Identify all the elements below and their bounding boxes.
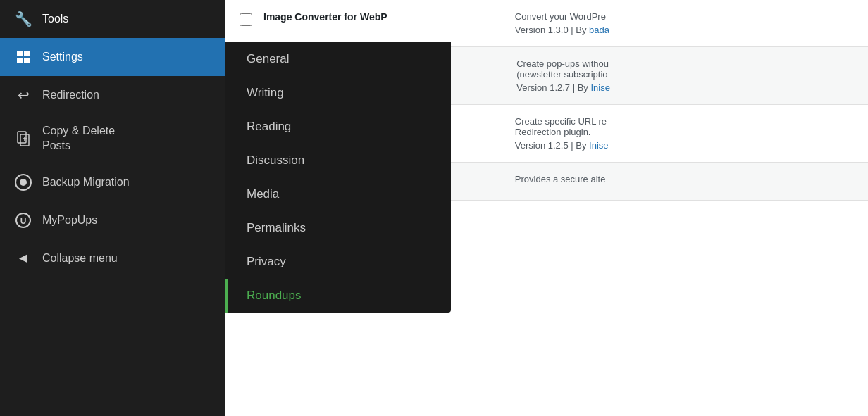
dropdown-label-reading: Reading [247,120,291,134]
sidebar-label-mypopups: MyPopUps [42,214,97,227]
dropdown-label-roundups: Roundups [247,289,302,303]
sidebar: 🔧 Tools Settings ↩ Redirection Copy & [0,0,225,416]
sidebar-item-copy-delete[interactable]: Copy & DeletePosts [0,114,225,163]
svg-rect-1 [24,51,30,56]
dropdown-item-discussion[interactable]: Discussion [225,144,451,177]
plugin-desc-text: Convert your WordPre [515,11,854,22]
dropdown-item-reading[interactable]: Reading [225,110,451,144]
tools-icon: 🔧 [14,10,32,28]
collapse-icon: ◄ [14,249,32,267]
mypopups-icon: U [14,211,32,229]
dropdown-label-media: Media [247,187,279,201]
svg-point-9 [20,179,27,186]
plugin-desc-text: Create specific URL reRedirection plugin… [515,116,854,137]
settings-icon [14,48,32,66]
svg-rect-2 [17,58,23,63]
dropdown-label-general: General [247,52,289,66]
redirection-icon: ↩ [14,86,32,104]
dropdown-label-writing: Writing [247,86,284,100]
table-row: Image Converter for WebP Convert your Wo… [225,0,868,47]
sidebar-label-copy-delete: Copy & DeletePosts [42,124,115,153]
svg-rect-0 [17,51,23,56]
dropdown-item-media[interactable]: Media [225,177,451,211]
sidebar-item-backup-migration[interactable]: Backup Migration [0,163,225,201]
sidebar-item-settings[interactable]: Settings [0,38,225,76]
plugin-desc-image-converter: Convert your WordPre Version 1.3.0 | By … [501,11,854,35]
plugin-author-link[interactable]: Inise [590,82,609,93]
plugin-version-redirection: Version 1.2.5 | By Inise [515,140,854,151]
sidebar-item-tools[interactable]: 🔧 Tools [0,0,225,38]
plugin-desc-popup: Create pop-ups withou(newsletter subscri… [502,58,854,93]
plugin-desc-text: Provides a secure alte [515,174,854,184]
plugin-checkbox-image-converter[interactable] [240,13,252,26]
active-indicator [225,279,228,313]
plugin-info-image-converter: Image Converter for WebP [264,11,490,25]
sidebar-label-settings: Settings [42,51,83,63]
plugin-name-image-converter: Image Converter for WebP [264,11,490,23]
dropdown-item-privacy[interactable]: Privacy [225,245,451,279]
plugin-desc-redirection: Create specific URL reRedirection plugin… [501,116,854,151]
dropdown-label-permalinks: Permalinks [247,221,306,235]
plugin-desc-roundups: Provides a secure alte [501,174,854,184]
svg-rect-3 [24,58,30,63]
plugin-version-popup: Version 1.2.7 | By Inise [516,82,854,93]
copy-delete-icon [14,130,32,148]
sidebar-label-backup-migration: Backup Migration [42,176,130,189]
dropdown-item-roundups[interactable]: Roundups [225,279,451,313]
sidebar-item-redirection[interactable]: ↩ Redirection [0,76,225,114]
dropdown-item-permalinks[interactable]: Permalinks [225,211,451,245]
sidebar-label-collapse: Collapse menu [42,252,118,265]
dropdown-item-general[interactable]: General [225,42,451,76]
plugin-desc-text: Create pop-ups withou(newsletter subscri… [516,58,854,80]
svg-text:U: U [20,216,27,226]
plugin-author-link[interactable]: bada [589,25,609,35]
sidebar-item-collapse[interactable]: ◄ Collapse menu [0,239,225,277]
dropdown-label-discussion: Discussion [247,153,304,168]
sidebar-item-mypopups[interactable]: U MyPopUps [0,201,225,239]
sidebar-label-redirection: Redirection [42,89,99,101]
sidebar-label-tools: Tools [42,13,68,25]
plugin-author-link[interactable]: Inise [589,140,608,151]
dropdown-label-privacy: Privacy [247,255,286,269]
backup-migration-icon [14,173,32,191]
plugin-version-image-converter: Version 1.3.0 | By bada [515,25,854,35]
settings-dropdown: General Writing Reading Discussion Media… [225,42,451,313]
dropdown-item-writing[interactable]: Writing [225,76,451,110]
